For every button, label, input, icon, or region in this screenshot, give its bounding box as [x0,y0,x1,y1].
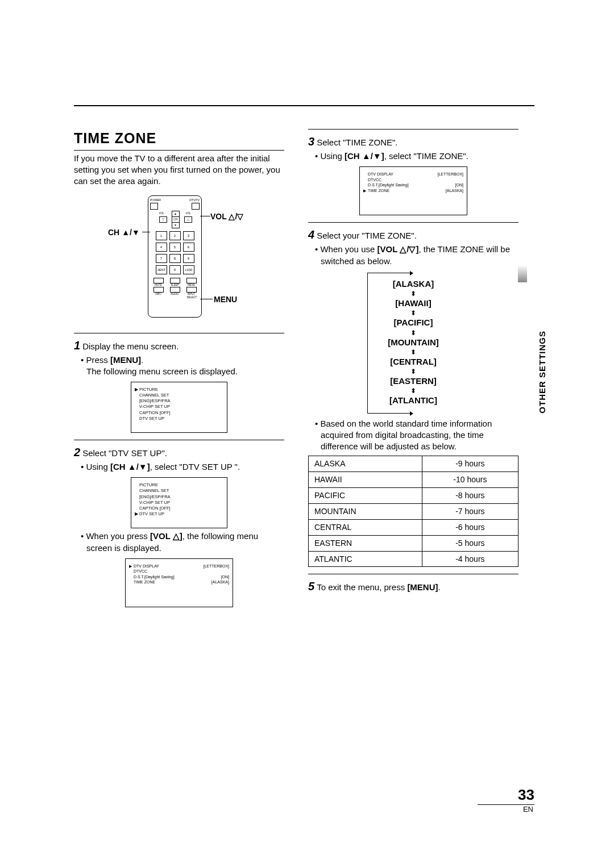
step1-title: Display the menu screen. [82,341,179,351]
step-3: 3Select "TIME ZONE". Using [CH ▲/▼], sel… [308,134,518,215]
side-tab: OTHER SETTINGS [537,331,548,414]
menu-screen-1: ▶PICTURECHANNEL SET[ENG]/ESP/FRAV-CHIP S… [131,382,227,433]
label-vol: VOL / [210,211,243,222]
remote-diagram: POWER DTV/TV ▲ ▽ CH △ ▼ VOL VOL 12345678… [74,195,284,326]
page-number: 33 EN [478,786,534,814]
menu-screen-2: PICTURECHANNEL SET[ENG]/ESP/FRAV-CHIP SE… [131,477,227,528]
section-title: TIME ZONE [74,129,284,151]
timezone-offset-table: ALASKA-9 hoursHAWAII-10 hoursPACIFIC-8 h… [308,456,518,567]
step-4: 4Select your "TIME ZONE". When you use [… [308,227,518,567]
step2-title: Select "DTV SET UP". [82,448,167,458]
menu-screen-4: DTV DISPLAY[LETTERBOX]DTVCCD.S.T.[Daylig… [359,166,467,215]
label-ch: CH / [108,227,140,238]
step4-note: Based on the world standard time informa… [321,418,518,453]
step-2: 2Select "DTV SET UP". Using [CH ▲/▼], se… [74,445,284,607]
label-menu: MENU [214,294,237,305]
step4-title: Select your "TIME ZONE". [317,231,417,240]
timezone-cycle-diagram: [ALASKA]⬍[HAWAII]⬍[PACIFIC]⬍[MOUNTAIN]⬍[… [365,273,462,414]
step-5: 5To exit the menu, press [MENU]. [308,579,518,594]
step-1: 1Display the menu screen. Press [MENU]. … [74,338,284,433]
menu-screen-3: ▶DTV DISPLAY[LETTERBOX]DTVCCD.S.T.[Dayli… [125,558,233,607]
step3-title: Select "TIME ZONE". [317,137,397,147]
section-intro: If you move the TV to a different area a… [74,153,284,187]
